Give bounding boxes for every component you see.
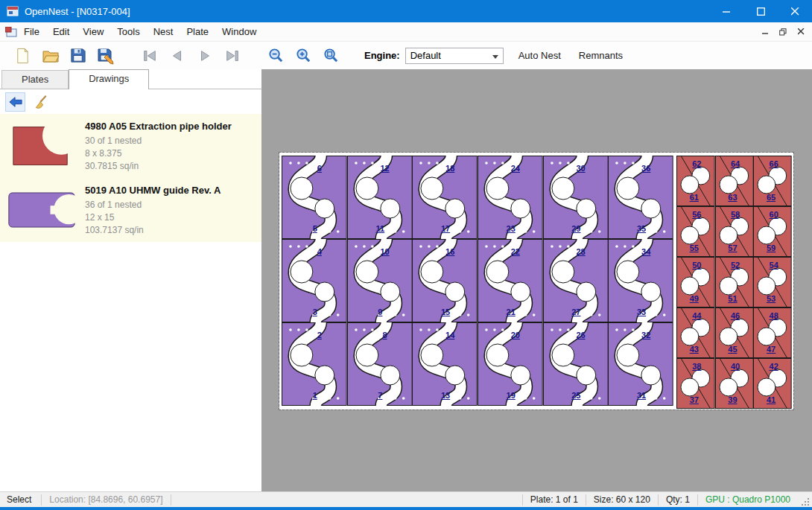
resize-grip[interactable] bbox=[801, 497, 811, 507]
maximize-button[interactable] bbox=[743, 0, 778, 22]
nested-part-pair-red[interactable]: 4847 bbox=[753, 307, 792, 358]
open-button[interactable] bbox=[37, 44, 64, 67]
new-button[interactable] bbox=[9, 44, 37, 67]
zoom-in-button[interactable] bbox=[290, 44, 317, 67]
nested-part-pair-purple[interactable]: 2423 bbox=[478, 156, 543, 239]
mdi-close-button[interactable] bbox=[792, 25, 810, 39]
drawing-list-item[interactable]: 5019 A10 UHMW guide Rev. A 36 of 1 neste… bbox=[0, 178, 261, 242]
mdi-restore-button[interactable] bbox=[774, 25, 792, 39]
menu-item-file[interactable]: File bbox=[17, 26, 46, 37]
menu-item-edit[interactable]: Edit bbox=[46, 26, 76, 37]
sidebar-tabstrip: Plates Drawings bbox=[0, 69, 261, 89]
nested-part-pair-purple[interactable]: 2625 bbox=[543, 322, 609, 406]
mdi-minimize-button[interactable] bbox=[756, 25, 774, 39]
part-number: 36 bbox=[641, 164, 650, 173]
zoom-out-button[interactable] bbox=[262, 44, 290, 67]
tab-drawings[interactable]: Drawings bbox=[69, 69, 149, 89]
nav-last-button[interactable] bbox=[218, 44, 246, 67]
part-number: 47 bbox=[767, 345, 775, 354]
menu-item-view[interactable]: View bbox=[76, 26, 110, 37]
nested-part-pair-purple[interactable]: 2019 bbox=[478, 322, 543, 406]
part-number: 28 bbox=[576, 247, 585, 256]
tab-plates[interactable]: Plates bbox=[1, 70, 69, 89]
save-button[interactable] bbox=[64, 44, 92, 67]
minimize-button[interactable] bbox=[709, 0, 743, 22]
part-number: 22 bbox=[511, 247, 520, 256]
part-number: 45 bbox=[728, 345, 737, 354]
drawing-area: 103.7137 sq/in bbox=[85, 224, 221, 237]
drawing-nested-count: 30 of 1 nested bbox=[85, 135, 232, 147]
nested-part-pair-purple[interactable]: 1817 bbox=[412, 156, 478, 239]
menu-item-plate[interactable]: Plate bbox=[180, 26, 215, 37]
nested-part-pair-purple[interactable]: 3029 bbox=[543, 156, 609, 239]
part-number: 11 bbox=[376, 224, 385, 233]
nested-part-pair-purple[interactable]: 3231 bbox=[608, 322, 673, 406]
part-number: 63 bbox=[728, 193, 737, 202]
nested-part-pair-purple[interactable]: 1615 bbox=[412, 239, 478, 322]
part-number: 12 bbox=[380, 164, 389, 173]
nest-canvas[interactable]: 6512111817242330293635431091615222128273… bbox=[261, 69, 812, 491]
menu-item-tools[interactable]: Tools bbox=[110, 26, 146, 37]
nested-part-pair-red[interactable]: 5049 bbox=[676, 257, 715, 307]
nested-part-pair-red[interactable]: 6665 bbox=[753, 156, 792, 206]
part-number: 1 bbox=[313, 391, 317, 400]
part-number: 48 bbox=[770, 311, 778, 320]
nested-part-pair-purple[interactable]: 65 bbox=[282, 156, 347, 239]
drawing-list-item[interactable]: 4980 A05 Extraction pipe holder 30 of 1 … bbox=[0, 114, 261, 178]
save-as-button[interactable] bbox=[92, 44, 119, 67]
close-button[interactable] bbox=[778, 0, 812, 22]
nested-part-pair-purple[interactable]: 87 bbox=[347, 322, 413, 406]
zoom-fit-button[interactable] bbox=[317, 44, 345, 67]
remnants-button[interactable]: Remnants bbox=[576, 47, 626, 64]
part-number: 19 bbox=[507, 391, 516, 400]
new-file-icon bbox=[14, 47, 31, 65]
nested-part-pair-purple[interactable]: 1413 bbox=[412, 322, 478, 406]
part-number: 39 bbox=[728, 395, 737, 404]
part-number: 6 bbox=[317, 164, 322, 173]
nested-part-pair-purple[interactable]: 3433 bbox=[608, 239, 673, 322]
nested-part-pair-red[interactable]: 6059 bbox=[753, 206, 792, 257]
nested-part-pair-red[interactable]: 4039 bbox=[715, 358, 754, 409]
nested-part-pair-red[interactable]: 5655 bbox=[676, 206, 715, 257]
nested-part-pair-purple[interactable]: 1211 bbox=[347, 156, 413, 239]
part-number: 10 bbox=[380, 247, 389, 256]
plate[interactable]: 6512111817242330293635431091615222128273… bbox=[279, 153, 793, 409]
menu-item-nest[interactable]: Nest bbox=[147, 26, 180, 37]
nested-part-pair-purple[interactable]: 43 bbox=[282, 239, 347, 322]
zoom-fit-icon bbox=[323, 47, 340, 64]
nav-next-button[interactable] bbox=[191, 44, 218, 67]
nested-part-pair-red[interactable]: 4443 bbox=[676, 307, 715, 358]
nested-part-pair-purple[interactable]: 109 bbox=[347, 239, 413, 322]
save-as-icon bbox=[97, 47, 115, 65]
nested-part-pair-red[interactable]: 5453 bbox=[753, 257, 792, 307]
part-number: 14 bbox=[445, 331, 454, 340]
nav-prev-button[interactable] bbox=[163, 44, 191, 67]
main-toolbar: Engine: Default Auto Nest Remnants bbox=[0, 42, 812, 69]
menu-item-window[interactable]: Window bbox=[215, 26, 263, 37]
status-plate: Plate: 1 of 1 bbox=[523, 494, 586, 505]
nested-part-pair-purple[interactable]: 2221 bbox=[478, 239, 543, 322]
part-number: 15 bbox=[441, 307, 450, 316]
clear-drawings-button[interactable] bbox=[31, 92, 51, 112]
nested-part-pair-red[interactable]: 4241 bbox=[753, 358, 792, 409]
nested-part-pair-red[interactable]: 5251 bbox=[715, 257, 754, 307]
nested-part-pair-purple[interactable]: 21 bbox=[282, 322, 347, 406]
engine-select[interactable]: Default bbox=[405, 48, 504, 64]
nav-first-button[interactable] bbox=[136, 44, 163, 67]
part-number: 62 bbox=[692, 159, 701, 168]
nested-part-pair-red[interactable]: 3837 bbox=[676, 358, 715, 409]
drawing-title: 5019 A10 UHMW guide Rev. A bbox=[85, 185, 221, 196]
nested-part-pair-purple[interactable]: 3635 bbox=[608, 156, 673, 239]
auto-nest-button[interactable]: Auto Nest bbox=[516, 47, 564, 64]
nested-part-pair-red[interactable]: 6261 bbox=[676, 156, 715, 206]
part-number: 35 bbox=[637, 224, 646, 233]
nested-part-pair-red[interactable]: 4645 bbox=[715, 307, 754, 358]
import-drawing-button[interactable] bbox=[5, 92, 25, 112]
nested-part-pair-red[interactable]: 6463 bbox=[715, 156, 754, 206]
purple-parts-grid: 6512111817242330293635431091615222128273… bbox=[282, 156, 673, 406]
nested-part-pair-purple[interactable]: 2827 bbox=[543, 239, 609, 322]
nested-part-pair-red[interactable]: 5857 bbox=[715, 206, 754, 257]
part-number: 50 bbox=[692, 261, 701, 270]
drawing-area: 30.7815 sq/in bbox=[85, 160, 232, 173]
status-bar: Select Location: [84.8696, 60.6957] Plat… bbox=[0, 491, 812, 507]
